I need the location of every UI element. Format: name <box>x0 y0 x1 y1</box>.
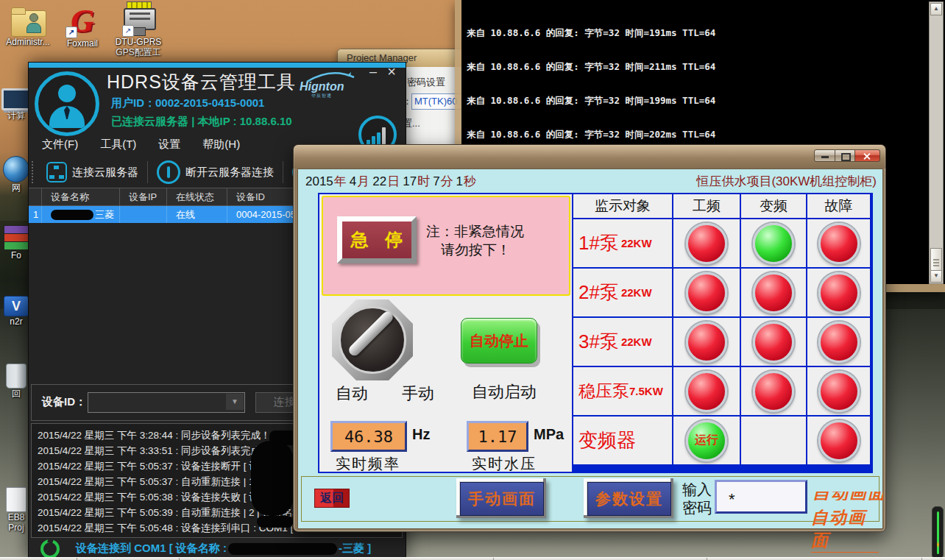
redaction <box>228 543 337 555</box>
col-device-name: 设备名称 <box>41 188 119 205</box>
frequency-caption: 实时频率 <box>336 454 400 474</box>
desktop-icon-dtu-gprs[interactable]: ↗ DTU-GPRS GPS配置工 <box>115 1 162 57</box>
indicator-cell <box>807 269 870 316</box>
auto-stop-button[interactable]: 自动停止 <box>461 318 537 364</box>
redaction <box>51 210 93 220</box>
device-ip-cell <box>119 206 166 223</box>
hmi-bottom-bar: 返回 手动画面 参数设置 输入 密码 自动画面 自动画面 <box>301 476 879 522</box>
redaction <box>251 441 294 516</box>
indicator-cell <box>673 269 740 316</box>
network-nodes-icon <box>46 162 67 182</box>
maximize-button[interactable] <box>835 149 855 162</box>
ping-line: 来自 10.88.6.6 的回复: 字节=32 时间=191ms TTL=64 <box>467 27 908 38</box>
status-light <box>753 371 794 412</box>
indicator-cell <box>741 318 806 366</box>
hmi-main-area: 急 停 注：非紧急情况 请勿按下！ 自动 手动 自动停止 自动启动 46. <box>318 193 873 473</box>
password-setting-label: 密码设置 <box>407 76 445 89</box>
status-light <box>753 223 794 264</box>
status-light <box>686 272 727 313</box>
knob-label-manual: 手动 <box>402 383 434 405</box>
disconnect-cloud-button[interactable]: 断开云服务器连接 <box>148 160 283 184</box>
scroll-up-icon[interactable]: ▲ <box>930 3 942 15</box>
menu-tools[interactable]: 工具(T) <box>100 138 136 152</box>
scroll-down-icon[interactable]: ▼ <box>930 270 942 283</box>
online-status-cell: 在线 <box>166 206 227 223</box>
device-id-combobox[interactable]: ▼ <box>88 392 245 413</box>
pump-label: 2#泵 22KW <box>573 269 672 316</box>
hmi-window: 2015年4月22日17时7分1秒 恒压供水项目(30KW机组控制柜) 急 停 … <box>293 144 886 532</box>
close-button[interactable] <box>855 149 880 162</box>
monitor-table: 监示对象 工频 变频 故障 1#泵 22KW 2#泵 22KW <box>573 194 871 472</box>
back-button[interactable]: 返回 <box>314 489 350 508</box>
row-number: 1 <box>29 206 41 223</box>
monitor-header: 监示对象 <box>573 194 672 218</box>
desktop-icon-foxmail[interactable]: G ↗ Foxmail <box>59 3 106 49</box>
run-status-light: 运行 <box>686 420 727 461</box>
pressure-display: 1.17 <box>467 421 528 452</box>
status-light <box>818 420 860 461</box>
indicator-cell <box>673 318 740 366</box>
run-label: 运行 <box>695 433 718 448</box>
status-light <box>818 272 860 313</box>
icon-label-line2: GPS配置工 <box>115 47 162 57</box>
computer-icon <box>1 88 31 110</box>
ghost-text: 自动画面 <box>811 506 879 553</box>
indicator-cell <box>807 219 870 267</box>
auto-manual-knob[interactable] <box>332 300 413 380</box>
icon-label: DTU-GPRS <box>115 37 162 47</box>
emergency-stop-button[interactable]: 急 停 <box>337 216 417 263</box>
desktop-icon-administrator[interactable]: Administr... <box>4 3 52 47</box>
minimize-button[interactable]: – <box>366 65 381 80</box>
knob-label-auto: 自动 <box>336 383 368 405</box>
redaction <box>257 516 294 528</box>
pressure-caption: 实时水压 <box>472 454 537 474</box>
status-text-suffix: -三菱 ] <box>339 542 371 556</box>
menu-file[interactable]: 文件(F) <box>42 138 78 152</box>
icon-label: Foxmail <box>59 38 106 49</box>
device-id-label: 设备ID： <box>42 395 86 409</box>
chevron-down-icon[interactable]: ▼ <box>226 394 244 410</box>
status-light <box>686 322 727 363</box>
hmi-titlebar[interactable] <box>294 145 885 169</box>
hdrs-accent-bar <box>29 63 406 68</box>
sidebar-gadget <box>932 506 944 559</box>
menu-help[interactable]: 帮助(H) <box>202 138 240 152</box>
close-button[interactable]: × <box>383 64 400 80</box>
pump-label: 变频器 <box>573 417 672 464</box>
indicator-cell <box>741 367 806 415</box>
manual-screen-button[interactable]: 手动画面 <box>456 478 546 518</box>
hmi-control-panel: 急 停 注：非紧急情况 请勿按下！ 自动 手动 自动停止 自动启动 46. <box>319 194 573 472</box>
indicator-cell: 运行 <box>673 417 740 464</box>
taskbar-sliver[interactable] <box>0 557 945 560</box>
serial-connector-icon: ↗ <box>121 1 156 37</box>
folder-user-icon <box>11 7 45 35</box>
connect-cloud-button[interactable]: 连接云服务器 <box>38 162 147 182</box>
ping-line: 来自 10.88.6.6 的回复: 字节=32 时间=199ms TTL=64 <box>467 95 908 106</box>
indicator-cell <box>741 219 806 267</box>
console-scrollbar[interactable]: ▲ ▼ <box>929 1 944 284</box>
power-circle-icon <box>157 160 180 184</box>
pump-label: 稳压泵 7.5KW <box>573 367 672 415</box>
pump-label: 3#泵 22KW <box>573 318 672 366</box>
hignton-logo: Hignton 华辰智通 <box>300 73 351 98</box>
password-input[interactable] <box>715 480 807 514</box>
foxmail-icon: G ↗ <box>64 4 101 38</box>
v-app-icon: V <box>4 296 29 316</box>
hmi-project-title: 恒压供水项目(30KW机组控制柜) <box>696 173 877 190</box>
menubar: 文件(F) 工具(T) 设置 帮助(H) <box>42 138 240 152</box>
pressure-unit: MPa <box>534 426 564 443</box>
hdrs-status-bar: 设备连接到 COM1 [ 设备名称 : -三菱 ] <box>29 539 406 558</box>
indicator-cell <box>741 417 806 464</box>
param-settings-button[interactable]: 参数设置 <box>584 478 673 518</box>
toolbar-drag-handle[interactable] <box>32 161 38 183</box>
indicator-cell <box>741 269 806 316</box>
hmi-datetime: 2015年4月22日17时7分1秒 <box>305 173 479 190</box>
gadget-level-bar <box>937 511 939 554</box>
hdrs-window-title: HDRS设备云管理工具 <box>107 70 296 94</box>
minimize-button[interactable] <box>814 149 835 162</box>
status-light <box>686 371 727 412</box>
menu-settings[interactable]: 设置 <box>158 138 180 152</box>
monitor-header: 工频 <box>673 194 740 218</box>
estop-note: 注：非紧急情况 请勿按下！ <box>426 222 524 259</box>
col-device-ip: 设备IP <box>119 188 166 205</box>
